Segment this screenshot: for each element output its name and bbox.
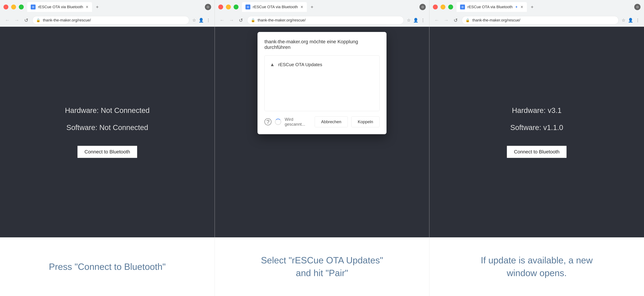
connect-bluetooth-button-1[interactable]: Connect to Bluetooth [78, 146, 138, 158]
caption-text-2: Select "rESCue OTA Updates" and hit "Pai… [261, 254, 383, 279]
tab-overflow-3[interactable]: ⊙ [634, 4, 640, 10]
close-window-button-2[interactable] [218, 5, 223, 10]
lock-icon-2: 🔒 [251, 18, 255, 22]
bluetooth-connected-icon: ✦ [515, 5, 518, 9]
back-button-3[interactable]: ← [434, 18, 440, 23]
software-status-3: Software: v1.1.0 [510, 123, 563, 132]
forward-button-2[interactable]: → [228, 18, 235, 23]
bluetooth-device-icon: ▲ [270, 62, 275, 67]
new-tab-button-2[interactable]: + [308, 4, 316, 10]
active-tab-1[interactable]: ⚙ rESCue OTA via Bluetooth ✕ [27, 2, 92, 12]
help-icon[interactable]: ? [264, 118, 272, 125]
lock-icon-1: 🔒 [36, 18, 40, 22]
tab-bar-3: ⚙ rESCue OTA via Bluetooth ✦ ✕ + ⊙ [430, 0, 644, 14]
browser-chrome-1: ⚙ rESCue OTA via Bluetooth ✕ + ⊙ ← → ↺ 🔒… [0, 0, 214, 27]
reload-button-3[interactable]: ↺ [452, 18, 459, 23]
bookmark-icon-3[interactable]: ☆ [622, 18, 626, 23]
address-bar-1: ← → ↺ 🔒 thank-the-maker.org/rescue/ ☆ 👤 … [0, 14, 214, 27]
back-button-2[interactable]: ← [219, 18, 225, 23]
bluetooth-dialog-overlay: thank-the-maker.org möchte eine Kopplung… [215, 27, 430, 237]
account-icon-1[interactable]: 👤 [198, 18, 204, 23]
address-bar-actions-2: ☆ 👤 ⋮ [407, 18, 425, 23]
traffic-lights-2 [218, 5, 238, 10]
minimize-window-button-3[interactable] [440, 5, 446, 10]
traffic-lights-1 [4, 5, 24, 10]
tab-overflow-2[interactable]: ⊙ [420, 4, 426, 10]
url-text-3: thank-the-maker.org/rescue/ [472, 18, 520, 23]
hardware-status-3: Hardware: v3.1 [512, 106, 562, 115]
captions-row: Press "Connect to Bluetooth" Select "rES… [0, 237, 644, 296]
reload-button-1[interactable]: ↺ [23, 18, 29, 23]
menu-icon-2[interactable]: ⋮ [421, 18, 425, 23]
bluetooth-device-list[interactable]: ▲ rESCue OTA Updates [264, 55, 380, 111]
panel-1: ⚙ rESCue OTA via Bluetooth ✕ + ⊙ ← → ↺ 🔒… [0, 0, 215, 237]
tab-overflow-1[interactable]: ⊙ [205, 4, 211, 10]
tab-title-2: rESCue OTA via Bluetooth [253, 5, 298, 9]
bluetooth-dialog-title: thank-the-maker.org möchte eine Kopplung… [264, 39, 380, 50]
tab-close-2[interactable]: ✕ [300, 5, 303, 9]
scanning-spinner [275, 119, 281, 125]
tab-bar-2: ⚙ rESCue OTA via Bluetooth ✕ + ⊙ [215, 0, 430, 14]
tab-title-3: rESCue OTA via Bluetooth [468, 5, 512, 9]
software-status-1: Software: Not Connected [66, 123, 148, 132]
tab-favicon-3: ⚙ [460, 5, 465, 10]
bluetooth-dialog: thank-the-maker.org möchte eine Kopplung… [258, 32, 386, 134]
caption-text-3: If update is available, a new window ope… [481, 254, 593, 279]
address-bar-2: ← → ↺ 🔒 thank-the-maker.org/rescue/ ☆ 👤 … [215, 14, 430, 27]
back-button-1[interactable]: ← [4, 18, 10, 23]
account-icon-3[interactable]: 👤 [628, 18, 633, 23]
traffic-lights-3 [433, 5, 453, 10]
reload-button-2[interactable]: ↺ [238, 18, 244, 23]
url-bar-2[interactable]: 🔒 thank-the-maker.org/rescue/ [247, 16, 404, 25]
lock-icon-3: 🔒 [466, 18, 470, 22]
active-tab-3[interactable]: ⚙ rESCue OTA via Bluetooth ✦ ✕ [456, 2, 527, 12]
minimize-window-button-2[interactable] [226, 5, 231, 10]
cancel-pairing-button[interactable]: Abbrechen [315, 116, 348, 127]
close-window-button[interactable] [4, 5, 8, 10]
panel-3: ⚙ rESCue OTA via Bluetooth ✦ ✕ + ⊙ ← → ↺… [430, 0, 644, 237]
forward-button-1[interactable]: → [14, 18, 20, 23]
browser-chrome-3: ⚙ rESCue OTA via Bluetooth ✦ ✕ + ⊙ ← → ↺… [430, 0, 644, 27]
address-bar-3: ← → ↺ 🔒 thank-the-maker.org/rescue/ ☆ 👤 … [430, 14, 644, 27]
new-tab-button-1[interactable]: + [94, 4, 101, 10]
bookmark-icon-1[interactable]: ☆ [192, 18, 196, 23]
tab-favicon-2: ⚙ [246, 5, 250, 10]
browser-chrome-2: ⚙ rESCue OTA via Bluetooth ✕ + ⊙ ← → ↺ 🔒… [215, 0, 430, 27]
menu-icon-3[interactable]: ⋮ [636, 18, 640, 23]
address-bar-actions-1: ☆ 👤 ⋮ [192, 18, 210, 23]
bluetooth-device-name: rESCue OTA Updates [278, 62, 322, 67]
maximize-window-button-3[interactable] [448, 5, 453, 10]
url-bar-1[interactable]: 🔒 thank-the-maker.org/rescue/ [32, 16, 189, 25]
tab-close-3[interactable]: ✕ [520, 5, 523, 9]
browser-content-3: Hardware: v3.1 Software: v1.1.0 Connect … [430, 27, 644, 237]
active-tab-2[interactable]: ⚙ rESCue OTA via Bluetooth ✕ [242, 2, 307, 12]
bookmark-icon-2[interactable]: ☆ [407, 18, 411, 23]
close-window-button-3[interactable] [433, 5, 438, 10]
scanning-text: Wird gescannt... [285, 117, 311, 127]
browser-content-1: Hardware: Not Connected Software: Not Co… [0, 27, 214, 237]
panel-2: ⚙ rESCue OTA via Bluetooth ✕ + ⊙ ← → ↺ 🔒… [215, 0, 430, 237]
address-bar-actions-3: ☆ 👤 ⋮ [622, 18, 640, 23]
tab-close-1[interactable]: ✕ [86, 5, 88, 9]
tab-favicon-1: ⚙ [31, 5, 36, 10]
hardware-status-1: Hardware: Not Connected [65, 106, 150, 115]
minimize-window-button[interactable] [11, 5, 16, 10]
account-icon-2[interactable]: 👤 [413, 18, 418, 23]
caption-1: Press "Connect to Bluetooth" [0, 237, 215, 296]
pair-button[interactable]: Koppeln [351, 116, 380, 127]
tab-bar-1: ⚙ rESCue OTA via Bluetooth ✕ + ⊙ [0, 0, 214, 14]
tab-title-1: rESCue OTA via Bluetooth [38, 5, 83, 9]
bluetooth-dialog-footer: ? Wird gescannt... Abbrechen Koppeln [264, 116, 380, 127]
url-text-2: thank-the-maker.org/rescue/ [258, 18, 306, 23]
maximize-window-button[interactable] [19, 5, 24, 10]
new-tab-button-3[interactable]: + [528, 4, 536, 10]
browser-content-2: thank-the-maker.org möchte eine Kopplung… [215, 27, 430, 237]
caption-2: Select "rESCue OTA Updates" and hit "Pai… [215, 237, 430, 296]
maximize-window-button-2[interactable] [234, 5, 238, 10]
forward-button-3[interactable]: → [443, 18, 449, 23]
connect-bluetooth-button-3[interactable]: Connect to Bluetooth [507, 146, 567, 158]
caption-text-1: Press "Connect to Bluetooth" [49, 260, 166, 273]
bluetooth-device-item[interactable]: ▲ rESCue OTA Updates [268, 59, 376, 70]
url-bar-3[interactable]: 🔒 thank-the-maker.org/rescue/ [462, 16, 618, 25]
menu-icon-1[interactable]: ⋮ [206, 18, 210, 23]
